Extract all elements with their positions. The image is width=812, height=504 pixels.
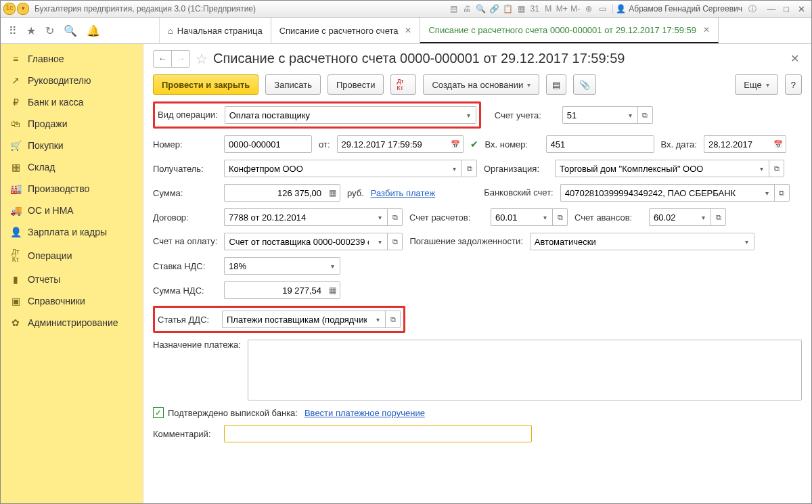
nav-back-button[interactable]: ← — [154, 51, 172, 67]
contract-open-button[interactable] — [388, 208, 403, 226]
create-based-button[interactable]: Создать на основании▾ — [423, 74, 539, 95]
org-dropdown[interactable] — [754, 160, 769, 177]
advance-acc-dropdown[interactable] — [696, 208, 711, 226]
sidebar-item-purchases[interactable]: 🛒Покупки — [1, 135, 143, 156]
sum-input[interactable] — [224, 184, 325, 202]
sidebar-item-sales[interactable]: 🛍Продажи — [1, 113, 143, 135]
help-button[interactable]: ? — [785, 74, 802, 95]
tab-home[interactable]: ⌂ Начальная страница — [160, 18, 271, 43]
tab-document-1-close[interactable]: ✕ — [405, 26, 411, 35]
confirmed-checkbox[interactable]: ✓ Подтверждено выпиской банка: — [153, 407, 298, 418]
sum-calc-button[interactable] — [325, 184, 340, 202]
minimize-button[interactable]: — — [764, 3, 779, 15]
attach-button[interactable]: 📎 — [573, 74, 596, 95]
sidebar-item-catalogs[interactable]: ▣Справочники — [1, 290, 143, 312]
post-and-close-button[interactable]: Провести и закрыть — [153, 74, 258, 95]
user-indicator[interactable]: 👤 Абрамов Геннадий Сергеевич — [612, 4, 745, 14]
sidebar-item-admin[interactable]: ✿Администрирование — [1, 312, 143, 334]
zoom-icon[interactable]: ⊕ — [583, 3, 595, 15]
dds-open-button[interactable] — [386, 311, 401, 328]
search-icon[interactable]: 🔍 — [474, 3, 487, 15]
dds-dropdown[interactable] — [371, 311, 386, 328]
tab-document-2-close[interactable]: ✕ — [703, 25, 710, 35]
close-window-button[interactable]: ✕ — [794, 3, 809, 15]
org-input[interactable] — [555, 160, 754, 177]
sidebar-item-production[interactable]: 🏭Производство — [1, 178, 143, 200]
favorite-star-icon[interactable]: ☆ — [196, 51, 208, 67]
debt-dropdown[interactable] — [740, 233, 754, 250]
invoice-input[interactable] — [224, 233, 373, 250]
sidebar-item-bank[interactable]: ₽Банк и касса — [1, 91, 143, 113]
bank-acc-open-button[interactable] — [775, 184, 790, 202]
settle-acc-input[interactable] — [491, 208, 538, 226]
date-input[interactable] — [337, 135, 449, 153]
notifications-icon[interactable]: 🔔 — [87, 24, 100, 37]
sidebar-item-manager[interactable]: ↗Руководителю — [1, 70, 143, 91]
vat-rate-input[interactable] — [224, 257, 325, 275]
number-input[interactable] — [224, 135, 312, 153]
print-form-button[interactable]: ▤ — [546, 74, 566, 95]
sidebar-item-assets[interactable]: 🚚ОС и НМА — [1, 200, 143, 221]
sidebar-item-stock[interactable]: ▦Склад — [1, 156, 143, 178]
account-open-button[interactable] — [638, 106, 653, 124]
more-button[interactable]: Еще▾ — [735, 74, 777, 95]
advance-acc-open-button[interactable] — [711, 208, 726, 226]
settle-acc-open-button[interactable] — [553, 208, 568, 226]
tab-document-2[interactable]: Списание с расчетного счета 0000-000001 … — [420, 18, 718, 43]
date-calendar-button[interactable] — [449, 135, 464, 153]
sidebar-item-main[interactable]: ≡Главное — [1, 48, 143, 70]
sidebar-item-reports[interactable]: ▮Отчеты — [1, 269, 143, 290]
advance-acc-input[interactable] — [649, 208, 696, 226]
contract-input[interactable] — [224, 208, 373, 226]
clipboard-icon[interactable]: 📋 — [501, 3, 514, 15]
maximize-button[interactable]: □ — [779, 3, 794, 15]
window-list-icon[interactable]: ▭ — [596, 3, 608, 15]
tab-document-1[interactable]: Списание с расчетного счета ✕ — [271, 18, 421, 43]
comment-input[interactable] — [224, 425, 532, 442]
print-preview-icon[interactable]: ▤ — [447, 3, 459, 15]
scale-mminus-icon[interactable]: M- — [569, 3, 581, 15]
account-dropdown[interactable] — [623, 106, 638, 124]
dds-input[interactable] — [222, 311, 371, 328]
recipient-open-button[interactable] — [462, 160, 477, 177]
sidebar-item-operations[interactable]: ДтКтОперации — [1, 243, 143, 269]
dtkt-button[interactable]: ДтКт — [390, 74, 416, 95]
settle-acc-dropdown[interactable] — [538, 208, 553, 226]
sidebar-item-hr[interactable]: 👤Зарплата и кадры — [1, 221, 143, 243]
calendar-icon[interactable]: 31 — [528, 3, 541, 15]
ext-date-calendar-button[interactable] — [771, 135, 786, 153]
nav-forward-button[interactable]: → — [172, 51, 189, 67]
bank-acc-dropdown[interactable] — [760, 184, 775, 202]
contract-dropdown[interactable] — [373, 208, 388, 226]
op-type-dropdown[interactable] — [461, 106, 476, 124]
search-global-icon[interactable]: 🔍 — [64, 24, 77, 37]
recipient-input[interactable] — [224, 160, 447, 177]
account-input[interactable] — [562, 106, 623, 124]
print-icon[interactable]: 🖨 — [461, 3, 473, 15]
vat-rate-dropdown[interactable] — [325, 257, 340, 275]
op-type-input[interactable] — [225, 106, 461, 124]
calculator-icon[interactable]: ▦ — [515, 3, 527, 15]
bank-acc-input[interactable] — [560, 184, 760, 202]
purpose-textarea[interactable] — [248, 340, 802, 400]
favorite-icon[interactable]: ★ — [26, 24, 36, 37]
vat-sum-input[interactable] — [224, 281, 325, 299]
ext-date-input[interactable] — [704, 135, 771, 153]
enter-payment-order-link[interactable]: Ввести платежное поручение — [304, 408, 425, 418]
vat-sum-calc-button[interactable] — [325, 281, 340, 299]
invoice-open-button[interactable] — [388, 233, 403, 250]
history-icon[interactable]: ↻ — [45, 24, 54, 37]
save-button[interactable]: Записать — [265, 74, 321, 95]
apps-icon[interactable]: ⠿ — [9, 24, 17, 37]
app-menu-dropdown[interactable]: ▾ — [17, 3, 29, 15]
form-close-button[interactable]: ✕ — [788, 49, 802, 68]
debt-input[interactable] — [530, 233, 740, 250]
split-payment-link[interactable]: Разбить платеж — [371, 188, 435, 198]
ext-num-input[interactable] — [546, 135, 654, 153]
info-icon[interactable]: ⓘ — [746, 3, 759, 15]
post-button[interactable]: Провести — [328, 74, 384, 95]
scale-m-icon[interactable]: M — [542, 3, 554, 15]
org-open-button[interactable] — [769, 160, 784, 177]
link-icon[interactable]: 🔗 — [488, 3, 500, 15]
scale-mplus-icon[interactable]: M+ — [556, 3, 568, 15]
